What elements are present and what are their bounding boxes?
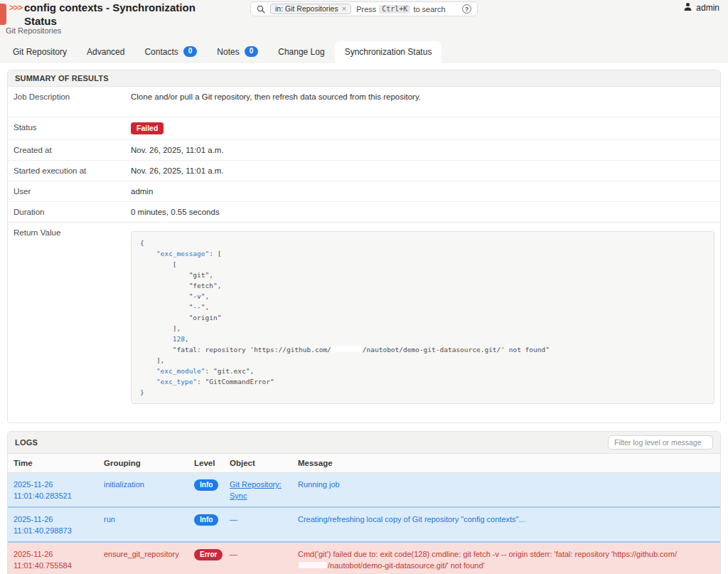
summary-rows: Job DescriptionClone and/or pull a Git r… — [8, 87, 720, 222]
summary-row-label: Job Description — [14, 87, 131, 107]
code-segment: , — [250, 367, 254, 375]
search-filter-label: in: Git Repositories — [275, 4, 338, 13]
code-segment: "git" — [189, 271, 210, 279]
code-segment: /nautobot/demo-git-datasource.git/' not … — [363, 346, 550, 354]
log-filter-input[interactable] — [608, 435, 713, 450]
code-segment: "exc_module" — [156, 367, 205, 375]
log-object-link[interactable]: Git Repository: Sync — [230, 480, 282, 500]
tab-count-badge: 0 — [245, 46, 259, 57]
log-level: Info — [194, 479, 230, 501]
log-message: Running job — [298, 479, 713, 501]
code-line: "-v", — [140, 291, 705, 302]
log-time-line: 2025-11-26 — [14, 479, 98, 490]
code-line: "--", — [140, 302, 705, 312]
tab-label: Change Log — [278, 47, 324, 57]
code-segment: { — [140, 239, 144, 247]
code-segment: "GitCommandError" — [205, 378, 274, 386]
summary-row-value: Failed — [131, 117, 720, 139]
code-segment: ], — [140, 356, 164, 364]
user-icon — [683, 2, 692, 14]
log-level-badge: Error — [194, 549, 223, 560]
help-icon[interactable]: ? — [462, 4, 471, 14]
code-line: "git", — [140, 270, 705, 280]
log-message: Creating/refreshing local copy of Git re… — [298, 514, 713, 536]
summary-row-label: Duration — [14, 202, 131, 222]
log-level-badge: Info — [194, 514, 218, 526]
code-segment: } — [140, 388, 144, 396]
logs-panel-header: LOGS — [8, 432, 720, 454]
tab-synchronization-status[interactable]: Synchronization Status — [335, 41, 442, 63]
log-object: — — [230, 514, 298, 536]
log-time-line: 2025-11-26 — [14, 514, 98, 525]
log-level-badge: Info — [194, 479, 218, 491]
summary-row-label: Started execution at — [14, 161, 131, 181]
summary-row-value: 0 minutes, 0.55 seconds — [131, 202, 720, 222]
log-time-line: 11:01:40.298873 — [14, 525, 98, 536]
log-level: Error — [194, 548, 230, 571]
search-filter-chip[interactable]: in: Git Repositories × — [270, 4, 351, 14]
search-icon — [257, 5, 265, 14]
log-table-header: TimeGroupingLevelObjectMessage — [8, 454, 720, 473]
summary-row: StatusFailed — [8, 117, 720, 139]
summary-row-label: Return Value — [14, 223, 131, 422]
log-time: 2025-11-2611:01:40.755584 — [14, 548, 104, 571]
code-segment — [140, 314, 189, 321]
code-line: 128, — [140, 334, 705, 344]
code-segment: "fatal: repository 'https://github.com/ — [173, 346, 331, 354]
tab-contacts[interactable]: Contacts0 — [134, 41, 207, 63]
user-name: admin — [696, 3, 719, 13]
global-search[interactable]: in: Git Repositories × Press Ctrl+K to s… — [250, 1, 478, 16]
code-segment: ], — [140, 324, 181, 332]
log-message: Cmd('git') failed due to: exit code(128)… — [298, 548, 713, 571]
log-grouping: ensure_git_repository — [104, 548, 194, 571]
search-hint-press: Press — [356, 5, 376, 14]
summary-row-value: Clone and/or pull a Git repository, then… — [131, 87, 720, 107]
log-level: Info — [194, 514, 230, 536]
code-segment: , — [205, 303, 210, 311]
tab-notes[interactable]: Notes0 — [207, 41, 268, 63]
tab-git-repository[interactable]: Git Repository — [3, 41, 77, 63]
code-segment: : — [197, 378, 205, 386]
summary-row-value: Nov. 26, 2025, 11:01 a.m. — [131, 161, 720, 181]
logs-panel: LOGS TimeGroupingLevelObjectMessage 2025… — [7, 431, 721, 574]
code-line: } — [140, 387, 705, 398]
code-segment: "-v" — [189, 292, 205, 300]
feedback-side-tab[interactable] — [0, 4, 6, 25]
code-line: [ — [140, 259, 705, 270]
log-row: 2025-11-2611:01:40.755584ensure_git_repo… — [8, 543, 720, 574]
code-segment — [140, 335, 173, 343]
column-header-object: Object — [230, 459, 298, 467]
code-line: "origin" — [140, 312, 705, 323]
code-line: ], — [140, 355, 705, 366]
redacted-text — [331, 346, 363, 352]
summary-row: Created atNov. 26, 2025, 11:01 a.m. — [8, 139, 720, 160]
status-badge: Failed — [131, 122, 164, 134]
log-table-body: 2025-11-2611:01:40.283521initializationI… — [8, 473, 720, 574]
code-segment: : [ — [209, 250, 221, 257]
chip-close-icon[interactable]: × — [342, 5, 346, 13]
log-object: — — [230, 548, 298, 571]
code-line: ], — [140, 323, 705, 334]
tab-change-log[interactable]: Change Log — [268, 41, 334, 63]
tab-label: Advanced — [87, 47, 124, 57]
code-segment: 128 — [173, 335, 185, 343]
user-menu[interactable]: admin — [683, 2, 719, 14]
code-segment — [140, 271, 189, 279]
column-header-message: Message — [298, 459, 713, 467]
tab-count-badge: 0 — [183, 46, 198, 57]
breadcrumb-icon: >>> — [9, 3, 22, 13]
tab-label: Contacts — [144, 47, 178, 57]
code-segment: , — [185, 335, 189, 343]
tab-label: Synchronization Status — [345, 47, 432, 57]
log-time-line: 11:01:40.283521 — [14, 490, 98, 501]
code-segment — [140, 346, 173, 354]
code-line: { — [140, 238, 705, 248]
breadcrumb[interactable]: Git Repositories — [6, 26, 61, 35]
summary-row-label: Created at — [14, 140, 131, 160]
tab-label: Notes — [217, 47, 239, 57]
code-segment: "--" — [189, 303, 205, 311]
log-time-line: 2025-11-26 — [14, 548, 98, 560]
code-segment — [140, 250, 156, 257]
tab-advanced[interactable]: Advanced — [77, 41, 134, 63]
code-segment: , — [205, 292, 210, 300]
